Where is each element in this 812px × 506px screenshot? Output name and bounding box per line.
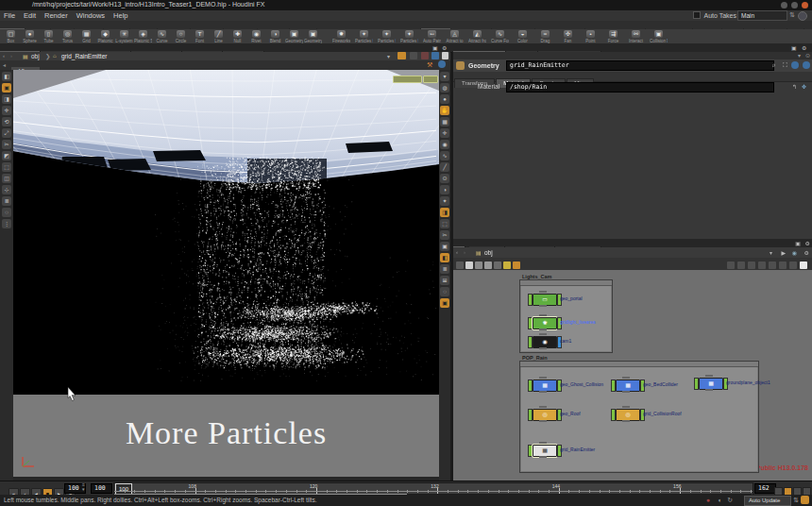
- viewport-tool-icon[interactable]: ▦: [440, 117, 449, 126]
- node-input-stub[interactable]: [539, 314, 547, 316]
- expand-icon[interactable]: ⛶: [783, 61, 787, 69]
- node-output-stub[interactable]: [539, 329, 547, 330]
- node-cam1[interactable]: ◉cam1: [528, 336, 562, 346]
- viewport-tool-icon[interactable]: ⤢: [2, 128, 11, 138]
- node-output-stub[interactable]: [705, 389, 713, 391]
- take-icon[interactable]: [798, 11, 807, 21]
- viewport-tool-icon[interactable]: ▾: [440, 72, 449, 81]
- viewport-tool-icon[interactable]: ∿: [440, 151, 449, 160]
- pane-menu-icon[interactable]: ⚙: [442, 44, 447, 51]
- network-toolbar-icon[interactable]: [779, 261, 787, 269]
- play-updates-icon[interactable]: ▶: [781, 249, 786, 256]
- node-output-stub[interactable]: [539, 347, 547, 349]
- node-geo_BedCollider[interactable]: ▦geo_BedCollider: [611, 380, 645, 390]
- network-toolbar-icon[interactable]: [456, 261, 464, 269]
- shelf-tool-fan[interactable]: ✣Fan: [559, 29, 577, 43]
- network-toolbar-icon[interactable]: [727, 261, 735, 269]
- viewport-tool-icon[interactable]: ✂: [2, 140, 11, 149]
- viewport-tool-icon[interactable]: ◧: [2, 72, 11, 81]
- shelf-tool-font[interactable]: TFont: [191, 29, 209, 43]
- network-toolbar-icon[interactable]: [769, 261, 776, 269]
- network-toolbar-icon[interactable]: [484, 261, 492, 269]
- viewport-tool-icon[interactable]: ◍: [440, 83, 449, 93]
- network-toolbar-icon[interactable]: [800, 261, 807, 269]
- shelf-tool-attract-to[interactable]: ◬Attract to: [446, 29, 464, 43]
- nav-forward-icon[interactable]: ›: [10, 53, 12, 59]
- shelf-tool-box[interactable]: ▢Box: [2, 29, 20, 43]
- node-input-stub[interactable]: [539, 333, 547, 335]
- viewport-tool-icon[interactable]: ⬚: [2, 162, 11, 172]
- path-tool-icon[interactable]: [410, 52, 417, 59]
- breadcrumb-root[interactable]: obj: [31, 53, 40, 59]
- network-toolbar-icon[interactable]: [513, 261, 520, 269]
- menu-file[interactable]: File: [4, 11, 15, 20]
- shelf-tool-particles-fr[interactable]: ✦Particles fr: [378, 29, 396, 43]
- pin-icon[interactable]: [398, 52, 406, 59]
- open-floating-icon[interactable]: ✥: [802, 83, 806, 90]
- viewport-tool-icon[interactable]: ●: [440, 94, 449, 104]
- network-toolbar-icon[interactable]: [494, 261, 501, 269]
- shelf-tool-l-system[interactable]: ✳L-system: [115, 29, 133, 43]
- take-selector[interactable]: Main: [737, 10, 787, 21]
- menu-help[interactable]: Help: [113, 11, 127, 20]
- viewport-tool-icon[interactable]: ✦: [440, 196, 449, 206]
- shelf-tool-particles-fr[interactable]: ✦Particles fr: [355, 29, 373, 43]
- network-toolbar-icon[interactable]: [737, 261, 745, 269]
- shelf-tool-sphere[interactable]: ●Sphere: [21, 29, 39, 43]
- path-tool-icon[interactable]: [431, 52, 439, 59]
- shelf-tool-curve[interactable]: ∿Curve: [153, 29, 171, 43]
- node-geo_Ghost_Collision[interactable]: ▦geo_Ghost_Collision: [528, 380, 562, 390]
- viewport-tool-icon[interactable]: ▣: [440, 242, 449, 251]
- viewport-tool-icon[interactable]: ⊹: [2, 185, 11, 194]
- viewport-tool-icon[interactable]: ≣: [2, 196, 11, 206]
- nav-forward-icon[interactable]: ›: [464, 249, 465, 255]
- viewport-tool-icon[interactable]: ⊞: [440, 276, 449, 285]
- shelf-tool-color[interactable]: ◒Color: [514, 29, 532, 43]
- error-indicator-icon[interactable]: ●: [706, 497, 710, 503]
- viewport-tool-icon[interactable]: ◌: [2, 208, 11, 217]
- viewport-tool-icon[interactable]: ◌: [440, 287, 449, 296]
- viewport-tool-icon[interactable]: ▣: [2, 83, 11, 93]
- viewport-tool-icon[interactable]: ◩: [2, 151, 11, 160]
- camera-icon[interactable]: ◉: [792, 249, 797, 256]
- material-param-field[interactable]: /shop/Rain: [506, 82, 774, 93]
- node-chooser-icon[interactable]: ↰: [792, 83, 797, 90]
- viewport-tool-icon[interactable]: ▣: [440, 298, 449, 308]
- auto-update-spinner[interactable]: ⇅: [793, 497, 799, 504]
- node-output-stub[interactable]: [622, 391, 630, 393]
- audio-icon[interactable]: ◖: [718, 497, 721, 503]
- shelf-tool-collision-d[interactable]: ▣Collision D: [650, 29, 668, 43]
- shelf-tool-platonic[interactable]: ◆Platonic: [96, 29, 114, 43]
- viewport-tool-icon[interactable]: ◧: [440, 253, 449, 262]
- interrupt-icon[interactable]: [801, 496, 809, 504]
- shelf-tool-particles-fr[interactable]: ✦Particles fr: [400, 29, 418, 43]
- help-icon[interactable]: [791, 61, 799, 69]
- network-box-pop_rain[interactable]: POP_Rain▦geo_Ghost_Collision▦geo_BedColl…: [519, 361, 759, 473]
- shelf-tool-torus[interactable]: ◎Torus: [59, 29, 76, 43]
- viewport-tool-icon[interactable]: ✋: [440, 106, 449, 115]
- shelf-tool-null[interactable]: ✚Null: [228, 29, 246, 43]
- network-toolbar-icon[interactable]: [465, 261, 473, 269]
- shelf-tool-geometry[interactable]: ▣Geometry: [304, 29, 322, 43]
- take-spinner[interactable]: ⇅: [789, 11, 795, 19]
- update-mode-icon[interactable]: ↻: [727, 497, 733, 504]
- gear-icon[interactable]: ⚙: [804, 249, 809, 256]
- node-input-stub[interactable]: [622, 377, 630, 379]
- viewport-tool-icon[interactable]: ◨: [440, 208, 449, 217]
- path-dropdown-icon[interactable]: ▾: [387, 53, 390, 59]
- shelf-tool-fireworks[interactable]: ✸Fireworks: [332, 29, 350, 43]
- shelf-tool-tube[interactable]: ▯Tube: [40, 29, 58, 43]
- node-output-stub[interactable]: [539, 391, 547, 393]
- node-output-stub[interactable]: [539, 305, 547, 307]
- shelf-tool-blend[interactable]: ◑Blend: [266, 29, 284, 43]
- viewport-tool-icon[interactable]: ◫: [2, 174, 11, 183]
- shelf-tool-grid[interactable]: ▦Grid: [77, 29, 95, 43]
- network-toolbar-icon[interactable]: [503, 261, 511, 269]
- shelf-tool-geometry[interactable]: ▣Geometry: [285, 29, 303, 43]
- info-icon[interactable]: [803, 61, 810, 69]
- node-input-stub[interactable]: [539, 377, 547, 379]
- network-box-header[interactable]: [520, 280, 612, 286]
- node-geo_portal[interactable]: ▭geo_portal: [528, 294, 562, 304]
- globe-icon[interactable]: [438, 60, 446, 68]
- camera-badge[interactable]: [393, 76, 422, 83]
